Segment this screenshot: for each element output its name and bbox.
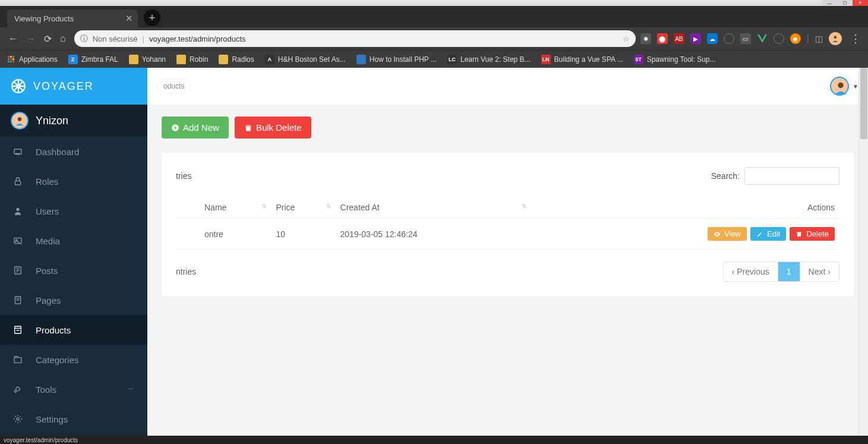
browser-tab-active[interactable]: Viewing Products ✕ <box>7 10 138 27</box>
brand-bar[interactable]: VOYAGER <box>0 68 147 105</box>
bookmark-item[interactable]: Radios <box>219 55 254 64</box>
wheel-icon <box>11 78 26 94</box>
pager-prev-label: Previous <box>737 267 769 276</box>
bookmark-label: Robin <box>190 55 208 64</box>
bulk-delete-button[interactable]: Bulk Delete <box>235 116 311 138</box>
sidebar-item-label: Products <box>36 325 71 335</box>
favicon-icon: LN <box>541 55 551 64</box>
home-icon[interactable]: ⌂ <box>60 33 66 44</box>
col-created[interactable]: Created At <box>336 197 532 219</box>
sidebar-item-tools[interactable]: Tools﹀ <box>0 374 147 404</box>
edit-button[interactable]: Edit <box>750 227 786 241</box>
extension-icon[interactable]: ⬤ <box>657 33 668 44</box>
pager-page-1[interactable]: 1 <box>778 262 800 281</box>
sidebar-item-pages[interactable]: Pages <box>0 285 147 315</box>
sidebar-item-users[interactable]: Users <box>0 196 147 226</box>
sidebar-item-posts[interactable]: Posts <box>0 256 147 285</box>
add-new-button[interactable]: Add New <box>162 116 229 138</box>
sidebar-item-settings[interactable]: Settings <box>0 404 147 434</box>
delete-button[interactable]: Delete <box>790 227 835 241</box>
topbar-user-menu[interactable]: ▼ <box>830 77 858 96</box>
url-bar[interactable]: ⓘ Non sécurisé | voyager.test/admin/prod… <box>74 30 636 47</box>
scroll-thumb[interactable] <box>860 68 867 139</box>
svg-rect-28 <box>246 127 250 131</box>
back-icon[interactable]: ← <box>8 33 18 44</box>
sidebar-user[interactable]: Ynizon <box>0 105 147 137</box>
media-icon <box>13 236 24 245</box>
svg-rect-30 <box>797 232 801 233</box>
user-name-label: Ynizon <box>36 115 68 127</box>
col-name[interactable]: Name <box>200 197 271 219</box>
tab-close-icon[interactable]: ✕ <box>125 13 133 24</box>
new-tab-button[interactable]: + <box>144 10 160 26</box>
brand-label: VOYAGER <box>33 80 94 93</box>
sidebar-item-label: Posts <box>36 266 58 276</box>
bookmark-item[interactable]: Robin <box>176 55 208 64</box>
bookmark-item[interactable]: LNBuilding a Vue SPA ... <box>541 55 623 64</box>
bookmark-item[interactable]: ZZimbra FAL <box>68 55 118 64</box>
bookmark-label: H&H Boston Set As... <box>278 55 346 64</box>
folder-icon <box>219 55 228 64</box>
extension-icon[interactable] <box>774 33 784 44</box>
favicon-icon: 5T <box>634 55 643 64</box>
tab-title: Viewing Products <box>14 14 74 23</box>
bookmark-item[interactable]: 5TSpawning Tool: Sup... <box>634 55 716 64</box>
sidebar-item-label: Media <box>36 236 60 246</box>
add-new-label: Add New <box>183 122 219 133</box>
view-button[interactable]: View <box>708 227 747 241</box>
bookmark-star-icon[interactable]: ☆ <box>623 34 630 43</box>
extension-icon[interactable]: ✱ <box>640 33 651 44</box>
bookmark-item[interactable]: Yohann <box>129 55 166 64</box>
sidebar-item-categories[interactable]: Categories <box>0 345 147 374</box>
extension-icon[interactable]: AB <box>674 33 684 44</box>
sidebar: VOYAGER Ynizon DashboardRolesUsersMediaP… <box>0 68 147 436</box>
breadcrumb[interactable]: oducts <box>157 79 191 93</box>
cast-icon[interactable]: ◫ <box>815 34 823 43</box>
bookmark-item[interactable]: LCLearn Vue 2: Step B... <box>447 55 531 64</box>
pager-next[interactable]: Next › <box>800 262 839 281</box>
sidebar-item-media[interactable]: Media <box>0 226 147 256</box>
search-label: Search: <box>711 171 740 181</box>
extension-icons: ✱ ⬤ AB ▶ ☁ ▭ ◉ | ◫ ⋮ <box>640 32 863 45</box>
bookmark-label: How to Install PHP ... <box>370 55 437 64</box>
col-price[interactable]: Price <box>271 197 335 219</box>
nav-menu: DashboardRolesUsersMediaPostsPagesProduc… <box>0 137 147 436</box>
search-input[interactable] <box>744 167 839 185</box>
extension-icon[interactable]: ☁ <box>707 33 718 44</box>
extension-icon[interactable]: ▭ <box>740 33 751 44</box>
os-minimize-button[interactable]: — <box>822 0 837 6</box>
sidebar-item-dashboard[interactable]: Dashboard <box>0 137 147 166</box>
tools-icon <box>13 385 24 394</box>
user-avatar-icon <box>11 112 29 130</box>
sidebar-item-label: Settings <box>36 414 68 424</box>
bookmark-item[interactable]: Applications <box>6 55 58 64</box>
sidebar-item-label: Users <box>36 206 59 216</box>
bookmark-item[interactable]: AH&H Boston Set As... <box>265 55 346 64</box>
extension-icon[interactable]: ◉ <box>790 33 801 44</box>
svg-rect-10 <box>15 181 20 185</box>
profile-avatar-icon[interactable] <box>829 32 842 45</box>
topbar-avatar-icon <box>830 77 849 96</box>
extension-icon[interactable]: ▶ <box>690 33 701 44</box>
forward-icon[interactable]: → <box>26 33 36 44</box>
bookmark-label: Radios <box>232 55 254 64</box>
os-close-button[interactable]: ✕ <box>853 0 868 6</box>
chevron-down-icon: ﹀ <box>128 385 134 394</box>
sidebar-item-products[interactable]: Products <box>0 315 147 345</box>
svg-rect-24 <box>14 358 21 363</box>
vue-devtools-icon[interactable] <box>757 33 768 44</box>
browser-menu-icon[interactable]: ⋮ <box>848 32 863 45</box>
bookmark-item[interactable]: How to Install PHP ... <box>356 55 437 64</box>
chevron-right-icon: › <box>828 267 831 276</box>
vertical-scrollbar[interactable] <box>858 68 868 436</box>
eye-icon <box>714 231 721 238</box>
pager-prev[interactable]: ‹ Previous <box>724 262 778 281</box>
folder-icon <box>176 55 186 64</box>
svg-point-11 <box>16 208 19 211</box>
content-area: oducts ▼ Add New <box>147 68 868 436</box>
extension-icon[interactable] <box>724 33 734 44</box>
os-maximize-button[interactable]: ▢ <box>837 0 853 6</box>
sidebar-item-roles[interactable]: Roles <box>0 166 147 196</box>
reload-icon[interactable]: ⟳ <box>44 33 52 45</box>
data-panel: tries Search: Name Price Created At Act <box>162 153 854 296</box>
